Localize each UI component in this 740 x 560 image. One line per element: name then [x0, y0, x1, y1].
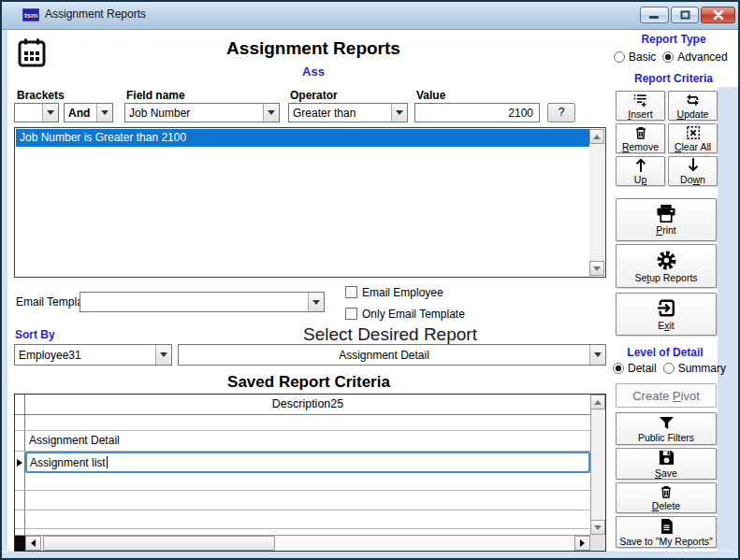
print-button[interactable]: Print — [616, 198, 717, 241]
criteria-list-item[interactable]: Job Number is Greater than 2100 — [16, 129, 589, 147]
edit-cell-text: Assignment list — [30, 454, 106, 471]
level-of-detail-label: Level of Detail — [610, 346, 720, 359]
grid-row[interactable] — [15, 510, 590, 529]
clear-all-button[interactable]: Clear All — [668, 123, 718, 153]
radio-detail[interactable] — [613, 363, 624, 374]
grid-header-row: Description25 — [15, 395, 590, 415]
scroll-down-button[interactable] — [589, 261, 604, 276]
grid-row[interactable] — [15, 491, 590, 510]
grid-row[interactable] — [15, 415, 590, 431]
grid-row-editing[interactable]: Assignment list — [15, 452, 590, 473]
chevron-down-icon[interactable] — [589, 345, 605, 365]
sort-by-label: Sort By — [15, 328, 55, 341]
printer-icon — [655, 204, 677, 223]
chevron-down-icon[interactable] — [155, 345, 171, 365]
only-email-template-checkbox[interactable] — [345, 308, 357, 320]
scrollbar-thumb[interactable] — [43, 536, 275, 551]
report-type-label: Report Type — [617, 33, 730, 46]
operator-value: Greater than — [289, 107, 391, 120]
page-title: Assignment Reports — [173, 38, 454, 59]
field-name-dropdown[interactable]: Job Number — [124, 103, 280, 122]
setup-reports-button[interactable]: Setup Reports — [616, 244, 717, 288]
radio-detail-label[interactable]: Detail — [628, 362, 657, 375]
up-button[interactable]: Up — [616, 156, 665, 186]
remove-button[interactable]: Remove — [616, 123, 665, 153]
delete-button[interactable]: Delete — [616, 482, 717, 513]
down-button[interactable]: Down — [668, 156, 718, 186]
scroll-left-button[interactable] — [25, 536, 41, 551]
record-selector-header — [15, 395, 25, 414]
sort-by-dropdown[interactable]: Employee31 — [14, 344, 172, 366]
public-filters-button[interactable]: Public Filters — [616, 412, 717, 445]
criteria-list-scrollbar[interactable] — [589, 129, 604, 276]
report-dropdown[interactable]: Assignment Detail — [178, 344, 606, 366]
saved-report-criteria-heading: Saved Report Criteria — [168, 373, 449, 392]
email-employee-checkbox[interactable] — [345, 286, 357, 298]
value-label: Value — [416, 89, 445, 102]
text-cursor — [107, 456, 108, 468]
floppy-disk-icon — [658, 449, 675, 467]
scroll-up-button[interactable] — [589, 129, 604, 144]
field-name-value: Job Number — [125, 107, 263, 120]
radio-basic[interactable] — [614, 51, 625, 63]
exit-door-icon — [656, 297, 677, 319]
report-criteria-label: Report Criteria — [608, 72, 739, 85]
bracket-open-dropdown[interactable] — [14, 103, 59, 122]
arrow-down-icon — [687, 157, 700, 173]
select-desired-report-heading: Select Desired Report — [250, 324, 530, 345]
save-to-my-reports-button[interactable]: Save to "My Reports" — [616, 516, 717, 548]
scroll-up-button[interactable] — [590, 395, 605, 409]
trash-icon — [633, 125, 648, 140]
sort-by-value: Employee31 — [15, 349, 155, 362]
grid-horizontal-scrollbar[interactable] — [15, 535, 590, 551]
chevron-down-icon[interactable] — [263, 104, 279, 122]
brackets-label: Brackets — [17, 89, 65, 102]
current-row-indicator-icon — [17, 459, 22, 467]
scroll-right-button[interactable] — [574, 536, 590, 551]
chevron-down-icon[interactable] — [391, 104, 407, 122]
chevron-down-icon[interactable] — [308, 293, 324, 311]
radio-advanced-label[interactable]: Advanced — [677, 50, 727, 64]
exit-button[interactable]: Exit — [616, 293, 717, 336]
update-button[interactable]: Update — [668, 91, 718, 121]
radio-advanced[interactable] — [662, 51, 674, 63]
value-input[interactable] — [414, 103, 540, 122]
email-template-dropdown[interactable] — [80, 292, 325, 312]
gear-icon — [656, 250, 677, 271]
scroll-down-button[interactable] — [590, 520, 605, 535]
operator-dropdown[interactable]: Greater than — [288, 103, 408, 122]
report-value: Assignment Detail — [179, 349, 589, 362]
grid-row[interactable]: Assignment Detail — [15, 431, 590, 452]
radio-summary-label[interactable]: Summary — [678, 362, 726, 375]
radio-basic-label[interactable]: Basic — [629, 50, 656, 64]
description-edit-cell[interactable]: Assignment list — [25, 452, 590, 473]
chevron-down-icon[interactable] — [96, 104, 112, 122]
document-icon — [659, 518, 675, 535]
trash-icon — [659, 484, 674, 499]
conjunction-dropdown[interactable]: And — [64, 103, 113, 122]
report-type-radios: Basic Advanced — [614, 50, 740, 64]
list-add-icon — [632, 93, 648, 108]
chevron-down-icon[interactable] — [42, 104, 58, 122]
clear-x-box-icon — [686, 125, 701, 140]
column-header: Description25 — [25, 395, 590, 414]
assignment-reports-window: tsm Assignment Reports Assignment Report… — [0, 0, 740, 560]
calendar-icon — [17, 37, 47, 72]
radio-summary[interactable] — [663, 363, 675, 374]
refresh-loop-icon — [685, 93, 701, 108]
grid-vertical-scrollbar[interactable] — [590, 395, 605, 535]
field-name-label: Field name — [126, 89, 185, 102]
criteria-list[interactable]: Job Number is Greater than 2100 — [14, 127, 606, 278]
grid-row[interactable] — [15, 473, 590, 491]
create-pivot-button[interactable]: Create Pivot — [616, 383, 717, 408]
save-button[interactable]: Save — [616, 448, 717, 480]
saved-reports-grid: Description25 Assignment Detail Assignme… — [14, 394, 606, 552]
scrollbar-corner — [590, 535, 605, 551]
arrow-up-icon — [634, 157, 647, 173]
email-employee-label: Email Employee — [362, 286, 443, 299]
help-button[interactable]: ? — [547, 103, 575, 122]
insert-button[interactable]: Insert — [616, 91, 665, 121]
conjunction-value: And — [65, 107, 96, 120]
level-of-detail-radios: Detail Summary — [613, 362, 726, 375]
only-email-template-label: Only Email Template — [362, 308, 465, 321]
